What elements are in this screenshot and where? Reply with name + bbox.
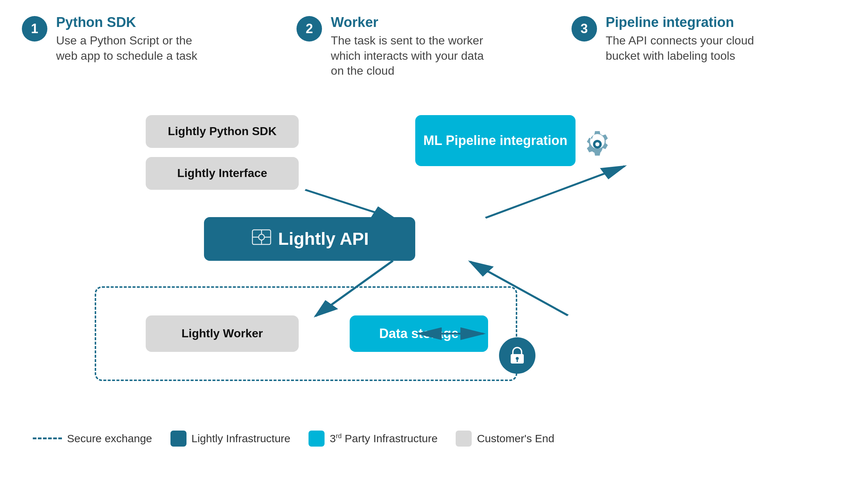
python-sdk-label: Lightly Python SDK bbox=[168, 125, 277, 138]
svg-line-12 bbox=[305, 190, 396, 219]
legend-dash-icon bbox=[33, 437, 62, 439]
legend-third-party: 3rd Party Infrastructure bbox=[309, 431, 437, 447]
lightly-api-box: Lightly API bbox=[204, 217, 415, 261]
ml-pipeline-label: ML Pipeline integration bbox=[423, 133, 567, 148]
legend-customer-end: Customer's End bbox=[456, 431, 554, 447]
legend-lightly-infra: Lightly Infrastructure bbox=[170, 431, 291, 447]
legend-third-party-icon bbox=[309, 431, 325, 447]
legend-customer-end-label: Customer's End bbox=[477, 432, 554, 445]
legend-third-party-label: 3rd Party Infrastructure bbox=[330, 432, 437, 445]
interface-box: Lightly Interface bbox=[146, 157, 299, 190]
python-sdk-box: Lightly Python SDK bbox=[146, 115, 299, 148]
step-2-title: Worker bbox=[331, 15, 484, 30]
step-3: 3 Pipeline integration The API connects … bbox=[572, 15, 846, 79]
legend-lightly-infra-label: Lightly Infrastructure bbox=[192, 432, 291, 445]
legend-secure-exchange: Secure exchange bbox=[33, 432, 152, 445]
step-1-content: Python SDK Use a Python Script or the we… bbox=[56, 15, 209, 63]
data-storage-box: Data storage bbox=[350, 315, 488, 352]
legend-customer-end-icon bbox=[456, 431, 472, 447]
gear-icon bbox=[583, 130, 612, 165]
step-1-title: Python SDK bbox=[56, 15, 209, 30]
worker-box: Lightly Worker bbox=[146, 315, 299, 352]
step-3-number: 3 bbox=[572, 16, 597, 42]
diagram-area: Lightly Python SDK Lightly Interface ML … bbox=[22, 101, 846, 450]
steps-row: 1 Python SDK Use a Python Script or the … bbox=[22, 15, 846, 79]
step-2: 2 Worker The task is sent to the worker … bbox=[296, 15, 571, 79]
ml-pipeline-box: ML Pipeline integration bbox=[415, 115, 576, 166]
step-3-content: Pipeline integration The API connects yo… bbox=[606, 15, 759, 63]
step-1-number: 1 bbox=[22, 16, 47, 42]
lightly-api-label: Lightly API bbox=[278, 229, 369, 249]
interface-label: Lightly Interface bbox=[177, 166, 267, 180]
step-3-title: Pipeline integration bbox=[606, 15, 759, 30]
data-storage-label: Data storage bbox=[379, 326, 459, 341]
step-1: 1 Python SDK Use a Python Script or the … bbox=[22, 15, 296, 79]
legend-lightly-infra-icon bbox=[170, 431, 186, 447]
svg-point-1 bbox=[259, 234, 264, 240]
step-1-desc: Use a Python Script or the web app to sc… bbox=[56, 33, 209, 63]
step-2-number: 2 bbox=[296, 16, 322, 42]
svg-line-13 bbox=[486, 166, 625, 218]
api-icon bbox=[251, 226, 272, 251]
step-2-content: Worker The task is sent to the worker wh… bbox=[331, 15, 484, 79]
legend: Secure exchange Lightly Infrastructure 3… bbox=[22, 431, 554, 447]
page-container: 1 Python SDK Use a Python Script or the … bbox=[0, 0, 868, 479]
step-3-desc: The API connects your cloud bucket with … bbox=[606, 33, 759, 63]
step-2-desc: The task is sent to the worker which int… bbox=[331, 33, 484, 79]
legend-secure-exchange-label: Secure exchange bbox=[67, 432, 152, 445]
svg-point-7 bbox=[516, 357, 519, 360]
lock-icon bbox=[499, 337, 535, 374]
worker-label: Lightly Worker bbox=[181, 327, 263, 340]
